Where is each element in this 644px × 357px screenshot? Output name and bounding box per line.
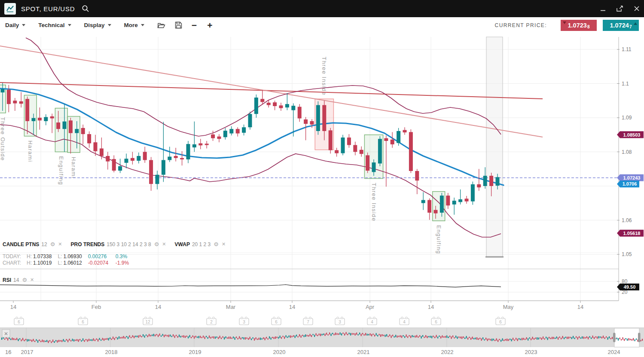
time-axis[interactable]: 14Feb14Mar14Apr14May14 xyxy=(10,301,583,310)
calendar-icon[interactable]: 2 xyxy=(207,317,216,325)
close-icon[interactable]: ✕ xyxy=(30,277,34,283)
menu-more[interactable]: More xyxy=(124,22,144,28)
candle-body xyxy=(285,104,289,107)
navigator-handle-right[interactable] xyxy=(638,333,641,342)
calendar-icon[interactable]: 6 xyxy=(496,317,505,325)
navigator-selection-window[interactable] xyxy=(614,328,639,347)
chevron-down-icon xyxy=(141,24,144,28)
svg-text:6: 6 xyxy=(275,320,278,324)
candle-body xyxy=(409,132,413,171)
candle-body xyxy=(44,117,48,121)
gear-icon[interactable]: ⚙ xyxy=(50,241,55,247)
close-icon[interactable]: ✕ xyxy=(162,241,166,247)
popout-icon[interactable] xyxy=(616,6,623,12)
zoom-out-button[interactable]: − xyxy=(192,21,197,30)
candle-body xyxy=(353,145,357,152)
preview-highlight-region[interactable] xyxy=(485,37,504,257)
calendar-icon[interactable]: 12 xyxy=(143,317,153,325)
svg-text:2: 2 xyxy=(210,320,213,324)
calendar-icon[interactable]: 6 xyxy=(272,317,281,325)
close-icon[interactable]: ✕ xyxy=(58,241,62,247)
search-icon[interactable] xyxy=(82,5,89,12)
trendline-light[interactable] xyxy=(0,46,543,137)
navigator-year-label: 2020 xyxy=(273,349,286,355)
minimize-button[interactable] xyxy=(600,6,606,12)
candle-body xyxy=(19,101,23,104)
navigator-close-button[interactable]: ✕ xyxy=(2,330,10,337)
svg-text:3: 3 xyxy=(339,320,341,324)
today-change-value: 0.00276 xyxy=(88,253,116,259)
navigator-panel[interactable]: ✕1620172018201920202021202220232024 xyxy=(0,328,644,355)
indicator-legend: CANDLE PTNS 12 ⚙ ✕ PRO TRENDS 150 3 10 2… xyxy=(3,241,234,247)
price-tick-label: 1.08 xyxy=(622,149,632,155)
price-tick-label: 1.11 xyxy=(622,46,632,52)
chart-change-pct: -1.9% xyxy=(116,260,129,266)
candle-body xyxy=(391,140,394,144)
ask-price-box[interactable]: 1.07247 xyxy=(603,20,639,31)
svg-text:7: 7 xyxy=(307,320,309,324)
chart-low-value: 1.06012 xyxy=(63,260,82,266)
chart-area[interactable]: Three OutsideHaramiEngulfingHaramiThree … xyxy=(0,33,644,357)
calendar-icon[interactable]: 3 xyxy=(335,317,345,325)
titlebar: SPOT, EUR/USD xyxy=(0,0,644,17)
bid-price-box[interactable]: 1.07238 xyxy=(561,20,597,31)
legend-candle-patterns: CANDLE PTNS 12 ⚙ ✕ xyxy=(3,241,62,247)
gear-icon[interactable]: ⚙ xyxy=(154,241,159,247)
rsi-tick-label: 80 xyxy=(622,278,628,284)
price-chart-canvas[interactable]: Three OutsideHaramiEngulfingHaramiThree … xyxy=(0,33,644,357)
vwap-params: 20 1 2 3 xyxy=(192,241,211,247)
save-icon[interactable] xyxy=(175,21,182,29)
candle-body xyxy=(50,116,54,119)
svg-text:1.05618: 1.05618 xyxy=(623,231,641,236)
candle-body xyxy=(421,200,425,203)
candle-body xyxy=(162,160,165,175)
candle-body xyxy=(267,103,271,105)
gear-icon[interactable]: ⚙ xyxy=(22,277,27,283)
price-axis[interactable]: 1.111.11.091.081.061.058020 xyxy=(617,46,632,295)
candle-body xyxy=(427,200,431,213)
menu-technical[interactable]: Technical xyxy=(38,22,71,28)
pattern-box-engulfing: Engulfing xyxy=(55,108,67,185)
candle-body xyxy=(56,122,60,129)
calendar-icon[interactable]: 6 xyxy=(431,317,441,325)
svg-text:6: 6 xyxy=(499,320,502,324)
candle-body xyxy=(81,128,85,134)
zoom-in-button[interactable]: + xyxy=(207,21,212,30)
candle-body xyxy=(446,195,450,205)
svg-text:1.08503: 1.08503 xyxy=(623,132,641,137)
candle-body xyxy=(131,158,134,161)
low-label: L: xyxy=(58,260,62,266)
menu-daily[interactable]: Daily xyxy=(5,22,25,28)
calendar-icon[interactable]: 3 xyxy=(239,317,249,325)
candle-body xyxy=(7,90,11,104)
calendar-icon[interactable]: 7 xyxy=(303,317,313,325)
ohlc-stats: TODAY: H: 1.07338 L: 1.06930 0.00276 0.3… xyxy=(3,253,129,266)
open-folder-icon[interactable] xyxy=(157,22,165,29)
price-badge-1.08503: 1.08503 xyxy=(617,131,644,138)
menu-display[interactable]: Display xyxy=(84,22,111,28)
menu-more-label: More xyxy=(124,22,138,28)
rsi-line xyxy=(0,285,501,287)
candle-body xyxy=(25,99,29,121)
toolbar: Daily Technical Display More − + CURRENT… xyxy=(0,17,644,33)
close-icon[interactable]: ✕ xyxy=(222,241,226,247)
calendar-icon[interactable]: 4 xyxy=(367,317,377,325)
rsi-legend: RSI 14 ⚙ ✕ xyxy=(3,277,34,283)
pattern-label: Three Inside xyxy=(371,183,377,222)
time-tick-label: 14 xyxy=(155,304,161,310)
time-tick-label: Feb xyxy=(92,304,101,310)
navigator-handle-left[interactable] xyxy=(613,333,616,342)
price-badge-1.07243: 1.07243 xyxy=(617,174,644,181)
candle-body xyxy=(273,102,277,106)
close-icon[interactable] xyxy=(634,6,640,12)
calendar-icon[interactable]: 6 xyxy=(14,317,24,325)
current-price-label: CURRENT PRICE: xyxy=(495,22,547,28)
gear-icon[interactable]: ⚙ xyxy=(214,241,219,247)
calendar-icon[interactable]: 6 xyxy=(78,317,88,325)
navigator-year-label: 16 xyxy=(5,349,11,355)
calendar-icon[interactable]: 4 xyxy=(400,317,409,325)
candle-body xyxy=(279,105,283,108)
svg-text:6: 6 xyxy=(435,320,437,324)
candle-body xyxy=(63,122,67,129)
candle-body xyxy=(75,129,79,133)
